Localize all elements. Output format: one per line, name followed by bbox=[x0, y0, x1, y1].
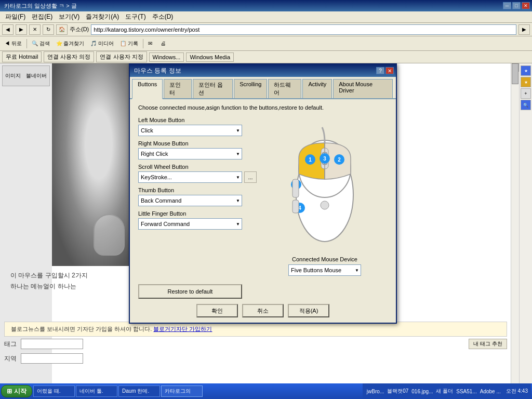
links-user2[interactable]: 연결 사용자 지정 bbox=[96, 51, 147, 62]
restore-row: Restore to default bbox=[130, 281, 396, 299]
minimize-button[interactable]: ─ bbox=[503, 2, 511, 9]
mouse-properties-dialog: 마우스 등록 정보 ? ✕ Buttons 포인터 포인터 옵션 Scrolli… bbox=[129, 63, 397, 324]
toolbar-back[interactable]: ◀ 뒤로 bbox=[2, 38, 24, 49]
title-bar-text: 카타로그의 일상생활 ㅋ > 글 bbox=[2, 2, 77, 10]
tab-buttons[interactable]: Buttons bbox=[132, 79, 163, 99]
tray-item-4[interactable]: SSA51... bbox=[455, 389, 477, 394]
left-mouse-select[interactable]: Click bbox=[138, 125, 242, 136]
start-button[interactable]: ⊞ 시작 bbox=[1, 385, 32, 397]
apply-button[interactable]: 적용(A) bbox=[288, 304, 329, 317]
left-mouse-row: Left Mouse Button Click bbox=[138, 117, 257, 136]
menu-tools[interactable]: 도구(T) bbox=[122, 11, 149, 22]
toolbar-mail[interactable]: ✉ bbox=[145, 38, 157, 49]
dialog-title-bar: 마우스 등록 정보 ? ✕ bbox=[130, 64, 396, 77]
tab-pointer[interactable]: 포인터 bbox=[164, 79, 191, 98]
device-select[interactable]: Five Buttons Mouse bbox=[288, 264, 361, 276]
address-label: 주소(D) bbox=[70, 25, 89, 33]
browser-window: 카타로그의 일상생활 ㅋ > 글 ─ □ ✕ 파일(F) 편집(E) 보기(V)… bbox=[0, 0, 532, 399]
scroll-wheel-select[interactable]: KeyStroke... bbox=[138, 171, 242, 183]
scroll-wheel-label: Scroll Wheel Button bbox=[138, 164, 257, 170]
menu-favorites[interactable]: 즐겨찾기(A) bbox=[83, 11, 122, 22]
toolbar-search[interactable]: 🔍 검색 bbox=[29, 38, 52, 49]
toolbar-print[interactable]: 🖨 bbox=[158, 38, 169, 49]
right-mouse-select[interactable]: Right Click bbox=[138, 148, 242, 159]
back-button[interactable]: ◀ bbox=[2, 24, 14, 35]
dialog-help-button[interactable]: ? bbox=[376, 67, 384, 74]
dialog-title-buttons: ? ✕ bbox=[376, 67, 394, 74]
right-mouse-label: Right Mouse Button bbox=[138, 140, 257, 147]
tab-hardware[interactable]: 하드웨어 bbox=[268, 79, 301, 98]
left-mouse-label: Left Mouse Button bbox=[138, 117, 257, 123]
tray-item-3[interactable]: 새 폴더 bbox=[435, 388, 454, 395]
device-select-wrapper: Five Buttons Mouse bbox=[288, 264, 361, 276]
tray-item-0[interactable]: jwBro... bbox=[366, 389, 385, 394]
tab-activity[interactable]: Activity bbox=[302, 79, 332, 98]
taskbar-item-2[interactable]: Daum 한메. bbox=[118, 385, 160, 397]
toolbar-favorites[interactable]: ⭐ 즐겨찾기 bbox=[54, 38, 87, 49]
taskbar-item-3[interactable]: 카타로그의 bbox=[161, 385, 203, 397]
thumb-select-wrapper: Back Command bbox=[138, 195, 242, 206]
refresh-button[interactable]: ↻ bbox=[43, 24, 54, 35]
connected-device-label: Connected Mouse Device bbox=[292, 256, 357, 262]
finger-label: Little Finger Button bbox=[138, 210, 257, 217]
device-select-row: Five Buttons Mouse bbox=[288, 264, 361, 276]
toolbar-history[interactable]: 📋 기록 bbox=[117, 38, 141, 49]
restore-button[interactable]: □ bbox=[512, 2, 521, 9]
title-bar: 카타로그의 일상생활 ㅋ > 글 ─ □ ✕ bbox=[0, 0, 532, 11]
cancel-button[interactable]: 취소 bbox=[242, 304, 284, 317]
taskbar-tray: jwBro... 블랙캣07 016.jpg... 새 폴더 SSA51... … bbox=[363, 383, 531, 399]
finger-row: Little Finger Button Forward Command bbox=[138, 210, 257, 230]
menu-address[interactable]: 주소(D) bbox=[149, 11, 177, 22]
start-icon: ⊞ bbox=[7, 388, 12, 395]
dots-button[interactable]: ... bbox=[244, 171, 257, 183]
tab-pointer-options[interactable]: 포인터 옵션 bbox=[193, 79, 233, 98]
menu-file[interactable]: 파일(F) bbox=[2, 11, 29, 22]
start-label: 시작 bbox=[14, 387, 26, 396]
toolbar: ◀ 뒤로 🔍 검색 ⭐ 즐겨찾기 🎵 미디어 📋 기록 ✉ 🖨 bbox=[0, 36, 532, 51]
tray-item-1[interactable]: 블랙캣07 bbox=[386, 388, 409, 395]
home-button[interactable]: 🏠 bbox=[56, 24, 68, 35]
content-area: 이미지 블네이버 이 마우스를 구입할시 2가지 하나는 메뉴얼이 하나는 블로… bbox=[0, 63, 532, 399]
tab-strip: Buttons 포인터 포인터 옵션 Scrolling 하드웨어 Activi… bbox=[130, 77, 396, 99]
svg-point-5 bbox=[321, 201, 329, 209]
address-bar: ◀ ▶ ✕ ↻ 🏠 주소(D) ▶ bbox=[0, 23, 532, 36]
thumb-select[interactable]: Back Command bbox=[138, 195, 242, 206]
forward-button[interactable]: ▶ bbox=[16, 24, 27, 35]
left-mouse-select-wrapper: Click bbox=[138, 125, 242, 136]
tray-item-5[interactable]: Adobe ... bbox=[479, 389, 502, 394]
taskbar-item-1[interactable]: 네이버 툴. bbox=[76, 385, 117, 397]
links-hotmail[interactable]: 무료 Hotmail bbox=[2, 51, 42, 62]
scroll-wheel-select-wrapper: KeyStroke... bbox=[138, 171, 242, 183]
tab-scrolling[interactable]: Scrolling bbox=[234, 79, 267, 98]
taskbar-item-0[interactable]: 어렸을 때. bbox=[33, 385, 75, 397]
right-mouse-row: Right Mouse Button Right Click bbox=[138, 140, 257, 159]
links-user1[interactable]: 연결 사용자 의정 bbox=[44, 51, 94, 62]
close-button[interactable]: ✕ bbox=[522, 2, 530, 9]
dialog-description: Choose connected mouse,asign function to… bbox=[138, 104, 388, 111]
address-input[interactable] bbox=[91, 24, 516, 35]
tray-item-2[interactable]: 016.jpg... bbox=[410, 389, 434, 394]
dialog-overlay: 마우스 등록 정보 ? ✕ Buttons 포인터 포인터 옵션 Scrolli… bbox=[0, 63, 532, 399]
title-bar-buttons: ─ □ ✕ bbox=[503, 2, 530, 9]
svg-rect-16 bbox=[292, 179, 299, 197]
ok-button[interactable]: 확인 bbox=[196, 304, 238, 317]
dialog-content: Choose connected mouse,asign function to… bbox=[130, 99, 396, 281]
mouse-diagram: 1 2 3 4 bbox=[278, 117, 371, 252]
links-media[interactable]: Windows Media bbox=[186, 52, 234, 62]
toolbar-media[interactable]: 🎵 미디어 bbox=[88, 38, 116, 49]
svg-text:3: 3 bbox=[323, 156, 326, 162]
scroll-wheel-select-row: KeyStroke... ... bbox=[138, 171, 257, 183]
toolbar-sep-2 bbox=[143, 39, 143, 48]
menu-edit[interactable]: 편집(E) bbox=[29, 11, 56, 22]
dialog-main: Left Mouse Button Click Right Mouse Butt… bbox=[138, 117, 388, 276]
tab-about-mouse-driver[interactable]: About Mouse Driver bbox=[333, 79, 393, 98]
stop-button[interactable]: ✕ bbox=[29, 24, 41, 35]
svg-text:2: 2 bbox=[338, 157, 341, 163]
links-windows[interactable]: Windows... bbox=[149, 52, 184, 62]
go-button[interactable]: ▶ bbox=[518, 24, 530, 35]
menu-view[interactable]: 보기(V) bbox=[56, 11, 83, 22]
toolbar-sep-1 bbox=[26, 39, 27, 48]
finger-select[interactable]: Forward Command bbox=[138, 218, 242, 230]
dialog-close-button[interactable]: ✕ bbox=[385, 67, 394, 74]
restore-default-button[interactable]: Restore to default bbox=[138, 284, 242, 299]
